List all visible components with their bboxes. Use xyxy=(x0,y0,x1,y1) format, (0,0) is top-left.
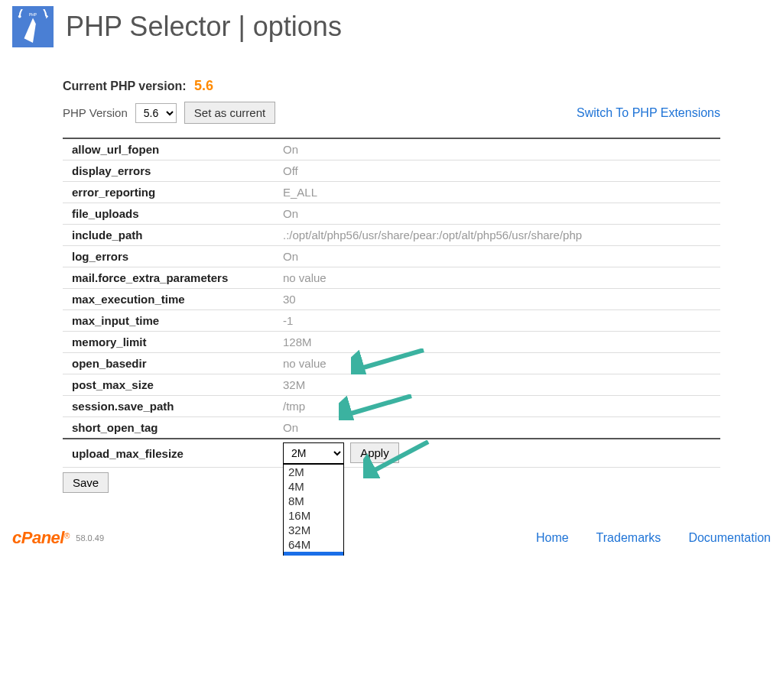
table-row: open_basedirno value xyxy=(63,353,720,374)
dropdown-option[interactable]: 128M xyxy=(284,552,343,556)
dropdown-option[interactable]: 4M xyxy=(284,479,343,494)
dropdown-option[interactable]: 2M xyxy=(284,465,343,479)
current-php-version: Current PHP version: 5.6 xyxy=(63,78,720,94)
php-version-select[interactable]: 5.6 xyxy=(135,103,177,123)
save-button[interactable]: Save xyxy=(63,472,109,493)
table-row: log_errorsOn xyxy=(63,246,720,267)
table-row: memory_limit128M xyxy=(63,332,720,353)
table-row: include_path.:/opt/alt/php56/usr/share/p… xyxy=(63,225,720,246)
dropdown-option[interactable]: 32M xyxy=(284,523,343,537)
cpanel-version: 58.0.49 xyxy=(76,533,104,543)
dropdown-option[interactable]: 8M xyxy=(284,494,343,508)
table-row: allow_url_fopenOn xyxy=(63,138,720,160)
option-key: memory_limit xyxy=(63,332,277,353)
switch-to-extensions-link[interactable]: Switch To PHP Extensions xyxy=(577,106,720,120)
current-version-value: 5.6 xyxy=(194,78,213,93)
table-row: mail.force_extra_parametersno value xyxy=(63,267,720,289)
option-key: mail.force_extra_parameters xyxy=(63,267,277,289)
option-value[interactable]: On xyxy=(277,138,720,160)
footer-link-home[interactable]: Home xyxy=(536,531,569,545)
option-value[interactable]: E_ALL xyxy=(277,182,720,203)
option-key: upload_max_filesize xyxy=(63,439,277,468)
dropdown-option[interactable]: 64M xyxy=(284,537,343,552)
svg-point-1 xyxy=(18,15,21,18)
option-key: allow_url_fopen xyxy=(63,138,277,160)
cpanel-logo: cPanel® xyxy=(12,528,70,548)
table-row: max_input_time-1 xyxy=(63,310,720,332)
table-row: short_open_tagOn xyxy=(63,417,720,439)
option-key: log_errors xyxy=(63,246,277,267)
option-key: max_input_time xyxy=(63,310,277,332)
page-title: PHP Selector | options xyxy=(66,11,342,43)
option-value[interactable]: -1 xyxy=(277,310,720,332)
set-as-current-button[interactable]: Set as current xyxy=(184,102,275,124)
footer-links: Home Trademarks Documentation xyxy=(536,531,771,545)
option-key: file_uploads xyxy=(63,203,277,225)
option-key: max_execution_time xyxy=(63,289,277,310)
dropdown-option[interactable]: 16M xyxy=(284,508,343,523)
footer-link-documentation[interactable]: Documentation xyxy=(688,531,771,545)
current-version-label: Current PHP version: xyxy=(63,79,187,92)
table-row: display_errorsOff xyxy=(63,160,720,182)
option-value[interactable]: On xyxy=(277,417,720,439)
table-row: post_max_size32M xyxy=(63,374,720,396)
php-version-label: PHP Version xyxy=(63,106,128,119)
footer-link-trademarks[interactable]: Trademarks xyxy=(596,531,661,545)
option-key: short_open_tag xyxy=(63,417,277,439)
apply-button[interactable]: Apply xyxy=(350,442,399,463)
page-footer: cPanel® 58.0.49 Home Trademarks Document… xyxy=(0,493,783,556)
php-options-table: allow_url_fopenOndisplay_errorsOfferror_… xyxy=(63,138,720,468)
php-selector-icon: PHP xyxy=(12,6,54,47)
upload-max-filesize-select[interactable]: 2M xyxy=(283,442,344,464)
option-key: open_basedir xyxy=(63,353,277,374)
option-value[interactable]: no value xyxy=(277,267,720,289)
option-key: error_reporting xyxy=(63,182,277,203)
option-value[interactable]: .:/opt/alt/php56/usr/share/pear:/opt/alt… xyxy=(277,225,720,246)
table-row: session.save_path/tmp xyxy=(63,396,720,417)
svg-text:PHP: PHP xyxy=(29,13,37,17)
option-value[interactable]: 32M xyxy=(277,374,720,396)
option-value[interactable]: On xyxy=(277,203,720,225)
option-value[interactable]: Off xyxy=(277,160,720,182)
option-value[interactable]: no value xyxy=(277,353,720,374)
page-header: PHP PHP Selector | options xyxy=(0,0,783,53)
table-row: max_execution_time30 xyxy=(63,289,720,310)
version-row: PHP Version 5.6 Set as current Switch To… xyxy=(63,102,720,124)
option-key: display_errors xyxy=(63,160,277,182)
table-row: error_reportingE_ALL xyxy=(63,182,720,203)
option-value[interactable]: /tmp xyxy=(277,396,720,417)
option-key: session.save_path xyxy=(63,396,277,417)
table-row: file_uploadsOn xyxy=(63,203,720,225)
option-key: include_path xyxy=(63,225,277,246)
upload-max-filesize-dropdown[interactable]: 2M4M8M16M32M64M128M256M512M1G xyxy=(283,464,344,556)
option-value[interactable]: On xyxy=(277,246,720,267)
table-row-upload-max-filesize: upload_max_filesize 2M 2M4M8M16M32M64M12… xyxy=(63,439,720,468)
svg-marker-2 xyxy=(46,15,48,19)
option-value[interactable]: 128M xyxy=(277,332,720,353)
option-key: post_max_size xyxy=(63,374,277,396)
option-value[interactable]: 30 xyxy=(277,289,720,310)
